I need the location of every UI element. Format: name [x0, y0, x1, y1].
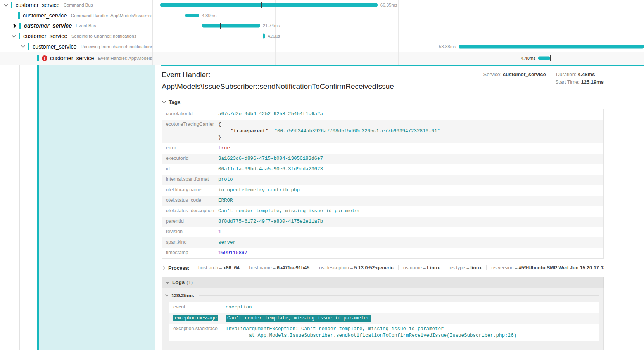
trace-span-row[interactable]: !customer_serviceEvent Handler: App\Mode…	[0, 52, 644, 65]
indent-guide	[1, 65, 1, 350]
search-highlight: exception.message	[173, 315, 218, 321]
service-name: customer_service	[24, 23, 72, 29]
tag-row: otel.status_descriptionCan't render temp…	[162, 206, 603, 217]
tag-key: internal.span.format	[162, 175, 218, 184]
span-detail-panel: Event Handler: App\Models\IssueSubscribe…	[152, 66, 644, 350]
child-span-tick	[550, 55, 551, 61]
tag-value: 3a1623d6-d896-4715-b084-13056183d6e7	[218, 154, 603, 164]
tag-row: parentId8f8dd775-6172-49f7-a830-4175e2e1…	[162, 217, 603, 227]
tag-row: timestamp1699115897	[162, 248, 603, 258]
trace-span-bar-lane[interactable]: 53.38ms	[152, 41, 644, 52]
process-item: os.name=Linux	[399, 265, 445, 270]
tag-row: correlationIda07c7d2e-4db4-4252-9258-254…	[162, 109, 603, 120]
chevron-down-icon	[162, 100, 166, 104]
tag-row: otel.library.nameio.opentelemetry.contri…	[162, 185, 603, 196]
tag-value: io.opentelemetry.contrib.php	[218, 185, 603, 196]
operation-name: Receiving from channel: notifications	[81, 44, 152, 49]
child-span-tick	[261, 2, 262, 8]
trace-span-row-label[interactable]: !customer_serviceEvent Handler: App\Mode…	[0, 52, 152, 65]
log-entry-header[interactable]: 129.25ms	[164, 289, 599, 301]
logs-header-label: Logs	[172, 279, 185, 285]
tag-key: executorId	[162, 154, 218, 163]
tag-row: executorId3a1623d6-d896-4715-b084-130561…	[162, 154, 603, 164]
process-item: os.version=#59-Ubuntu SMP Wed Jun 15 20:…	[487, 265, 604, 270]
tag-value: ERROR	[218, 196, 603, 206]
span-color-chip	[11, 2, 12, 8]
trace-span-row-label[interactable]: customer_serviceCommand Bus	[0, 0, 152, 10]
logs-count-badge: (1)	[186, 279, 193, 285]
duration-value: 4.48ms	[578, 71, 595, 77]
log-field-row: exception.stacktraceInvalidArgumentExcep…	[169, 324, 599, 341]
process-item-equals: =	[422, 265, 427, 270]
json-open-brace: {	[218, 121, 600, 128]
chevron-down-icon	[164, 293, 169, 298]
process-item-value: linux	[470, 265, 482, 270]
log-entry-timestamp: 129.25ms	[171, 293, 194, 298]
json-value: "00-759f244ab3926a7708d5f5d60c3205c1-e77…	[271, 128, 440, 134]
chevron-right-icon	[162, 266, 166, 270]
service-name: customer_service	[50, 55, 94, 61]
span-color-chip	[19, 23, 21, 29]
indent-guide	[10, 65, 10, 350]
log-fields-table: eventexceptionexception.messageCan't ren…	[169, 302, 599, 341]
chevron-down-icon[interactable]	[3, 3, 9, 8]
tag-value: 1	[218, 227, 603, 237]
span-duration-bar[interactable]	[160, 3, 377, 7]
error-icon: !	[42, 55, 47, 61]
process-item-key: host.name	[249, 265, 271, 270]
tag-key: id	[162, 164, 218, 173]
span-color-chip	[18, 12, 20, 19]
tags-accordion-header[interactable]: Tags	[162, 98, 604, 106]
trace-span-bar-lane[interactable]: 21.74ms	[152, 21, 644, 31]
process-row[interactable]: Process: host.arch=x86_64host.name=6a471…	[162, 262, 604, 274]
process-item: os.type=linux	[445, 265, 487, 270]
tag-value: server	[218, 237, 603, 248]
indent-guide	[19, 65, 20, 350]
trace-span-bar-lane[interactable]: 66.35ms	[152, 0, 644, 10]
process-item-equals: =	[272, 265, 277, 270]
tag-value: Can't render template, missing issue id …	[218, 206, 603, 217]
span-duration-bar[interactable]	[459, 45, 644, 48]
trace-span-row[interactable]: customer_serviceSending to Channel: noti…	[0, 31, 644, 42]
operation-name: Sending to Channel: notifications	[71, 34, 136, 38]
trace-span-bar-lane[interactable]: 4.48ms	[152, 52, 644, 65]
span-duration-bar[interactable]	[263, 34, 265, 39]
duration-label: Duration:	[556, 71, 577, 77]
service-name: customer_service	[23, 12, 67, 19]
process-item-value: #59-Ubuntu SMP Wed Jun 15 20:17:13 U...	[519, 265, 604, 270]
tag-value: {"traceparent": "00-759f244ab3926a7708d5…	[218, 120, 603, 143]
tag-key: span.kind	[162, 237, 218, 247]
tag-value: 1699115897	[218, 248, 603, 258]
trace-span-row-label[interactable]: customer_serviceEvent Bus	[0, 21, 152, 31]
process-items: host.arch=x86_64host.name=6a471ce91b45os…	[193, 265, 604, 270]
trace-span-row[interactable]: customer_serviceReceiving from channel: …	[0, 41, 644, 52]
trace-span-row[interactable]: customer_serviceCommand Handler: App\Mod…	[0, 10, 644, 21]
operation-name: Event Handler: App\Models\Is...	[98, 56, 152, 61]
trace-span-bar-lane[interactable]: 426µs	[152, 31, 644, 42]
chevron-down-icon[interactable]	[11, 34, 16, 39]
tag-key: error	[162, 143, 218, 152]
trace-span-row-label[interactable]: customer_serviceSending to Channel: noti…	[0, 31, 152, 42]
trace-span-row-label[interactable]: customer_serviceReceiving from channel: …	[0, 41, 152, 52]
operation-name: Command Handler: App\Models\Issue::repo.…	[71, 13, 152, 18]
trace-span-row[interactable]: customer_serviceCommand Bus66.35ms	[0, 0, 644, 10]
trace-span-row-label[interactable]: customer_serviceCommand Handler: App\Mod…	[0, 10, 152, 21]
stacktrace-line: InvalidArgumentException: Can't render t…	[226, 326, 596, 333]
meta-divider	[551, 72, 551, 76]
trace-span-bar-lane[interactable]: 4.89ms	[152, 10, 644, 21]
tag-row: id00a11c1a-99bd-4aa5-90e6-3fd9dda23623	[162, 164, 603, 175]
span-duration-bar[interactable]	[185, 14, 199, 17]
logs-accordion-header[interactable]: Logs (1)	[162, 277, 604, 288]
child-span-tick	[220, 23, 221, 29]
span-duration-bar[interactable]	[538, 57, 550, 60]
start-time-value: 125.19ms	[581, 79, 604, 85]
span-duration-bar[interactable]	[202, 24, 260, 28]
trace-span-row[interactable]: customer_serviceEvent Bus21.74ms	[0, 21, 644, 31]
log-field-key: exception.message	[169, 313, 226, 323]
chevron-down-icon[interactable]	[20, 44, 26, 49]
process-item-key: os.description	[319, 265, 349, 270]
tag-value: true	[218, 143, 603, 154]
process-item-value: Linux	[427, 265, 440, 270]
chevron-right-icon[interactable]	[12, 23, 17, 28]
process-item-equals: =	[218, 265, 223, 270]
